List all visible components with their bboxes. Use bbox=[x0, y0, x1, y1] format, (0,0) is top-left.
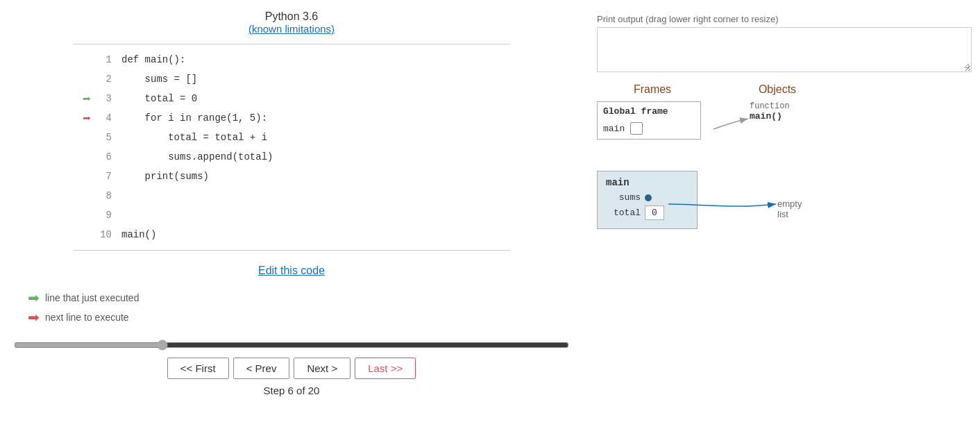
line-code-10: main() bbox=[119, 225, 510, 244]
line-arrow-3: ➡ bbox=[73, 89, 94, 108]
line-code-2: sums = [] bbox=[119, 69, 510, 89]
red-arrow-icon: ➡ bbox=[28, 309, 40, 326]
red-arrow-icon: ➡ bbox=[83, 111, 91, 127]
last-button[interactable]: Last >> bbox=[355, 358, 416, 379]
python-version-title: Python 3.6 bbox=[265, 10, 319, 23]
line-arrow-4: ➡ bbox=[73, 108, 94, 128]
first-button[interactable]: << First bbox=[167, 358, 229, 379]
code-line-6: 6 sums.append(total) bbox=[73, 147, 510, 167]
code-line-9: 9 bbox=[73, 205, 510, 225]
bottom-divider bbox=[73, 250, 510, 251]
legend-green-label: line that just executed bbox=[45, 292, 139, 303]
line-number-5: 5 bbox=[94, 128, 119, 147]
line-arrow-9 bbox=[73, 205, 94, 225]
main-frame-box: main sums total 0 bbox=[597, 171, 698, 229]
main-pointer-box bbox=[630, 122, 643, 135]
line-code-5: total = total + i bbox=[119, 128, 510, 147]
frames-header: Frames bbox=[597, 83, 708, 96]
line-number-10: 10 bbox=[94, 225, 119, 244]
edit-code-link[interactable]: Edit this code bbox=[258, 265, 325, 277]
legend-green: ➡ line that just executed bbox=[28, 289, 569, 306]
step-label: Step 6 of 20 bbox=[264, 385, 320, 396]
code-line-5: 5 total = total + i bbox=[73, 128, 510, 147]
prev-button[interactable]: < Prev bbox=[233, 358, 290, 379]
frames-objects-section: Frames Objects Global frame main bbox=[597, 83, 966, 310]
line-number-8: 8 bbox=[94, 186, 119, 205]
print-output-label: Print output (drag lower right corner to… bbox=[597, 14, 966, 24]
green-arrow-icon: ➡ bbox=[28, 289, 40, 306]
line-arrow-2 bbox=[73, 69, 94, 89]
top-divider bbox=[73, 44, 510, 44]
known-limitations-link[interactable]: (known limitations) bbox=[248, 23, 335, 35]
code-line-7: 7 print(sums) bbox=[73, 167, 510, 186]
total-label: total bbox=[606, 208, 641, 218]
line-arrow-1 bbox=[73, 50, 94, 69]
line-number-2: 2 bbox=[94, 69, 119, 89]
legend-red-label: next line to execute bbox=[45, 312, 129, 323]
line-number-7: 7 bbox=[94, 167, 119, 186]
function-type-label: function bbox=[750, 101, 790, 111]
step-slider[interactable] bbox=[14, 339, 569, 351]
line-arrow-10 bbox=[73, 225, 94, 244]
legend-area: ➡ line that just executed ➡ next line to… bbox=[14, 289, 569, 328]
code-table: 1def main():2 sums = []➡3 total = 0➡4 fo… bbox=[73, 50, 510, 244]
main-frame-sums-row: sums bbox=[606, 192, 688, 203]
fo-header: Frames Objects bbox=[597, 83, 966, 96]
global-frame-var-main: main bbox=[603, 124, 625, 134]
line-arrow-8 bbox=[73, 186, 94, 205]
code-line-4: ➡4 for i in range(1, 5): bbox=[73, 108, 510, 128]
print-output-box[interactable]: ⊿ bbox=[597, 27, 972, 72]
line-number-1: 1 bbox=[94, 50, 119, 69]
line-arrow-5 bbox=[73, 128, 94, 147]
sums-pointer-dot[interactable] bbox=[645, 194, 652, 201]
line-code-3: total = 0 bbox=[119, 89, 510, 108]
function-name-label: main() bbox=[750, 111, 790, 121]
sums-label: sums bbox=[606, 192, 641, 203]
green-arrow-icon: ➡ bbox=[83, 92, 91, 108]
line-arrow-7 bbox=[73, 167, 94, 186]
resize-icon: ⊿ bbox=[963, 61, 970, 70]
code-area: 1def main():2 sums = []➡3 total = 0➡4 fo… bbox=[73, 50, 510, 244]
line-code-1: def main(): bbox=[119, 50, 510, 69]
line-number-6: 6 bbox=[94, 147, 119, 167]
code-line-2: 2 sums = [] bbox=[73, 69, 510, 89]
legend-red: ➡ next line to execute bbox=[28, 309, 569, 326]
line-number-4: 4 bbox=[94, 108, 119, 128]
code-line-3: ➡3 total = 0 bbox=[73, 89, 510, 108]
next-button[interactable]: Next > bbox=[294, 358, 350, 379]
frames-objects-container: Global frame main function main() bbox=[597, 101, 972, 310]
code-line-1: 1def main(): bbox=[73, 50, 510, 69]
main-frame-total-row: total 0 bbox=[606, 205, 688, 220]
global-frame-box: Global frame main bbox=[597, 101, 701, 140]
line-code-9 bbox=[119, 205, 510, 225]
line-code-8 bbox=[119, 186, 510, 205]
nav-buttons: << First < Prev Next > Last >> bbox=[167, 358, 416, 379]
function-object: function main() bbox=[750, 101, 790, 121]
objects-header: Objects bbox=[708, 83, 847, 96]
line-code-4: for i in range(1, 5): bbox=[119, 108, 510, 128]
line-code-7: print(sums) bbox=[119, 167, 510, 186]
main-frame-area: main sums total 0 bbox=[597, 171, 698, 229]
code-line-8: 8 bbox=[73, 186, 510, 205]
main-frame-title: main bbox=[606, 177, 688, 188]
line-arrow-6 bbox=[73, 147, 94, 167]
line-number-9: 9 bbox=[94, 205, 119, 225]
line-number-3: 3 bbox=[94, 89, 119, 108]
total-value: 0 bbox=[645, 205, 664, 220]
code-line-10: 10main() bbox=[73, 225, 510, 244]
global-frame-var-row: main bbox=[603, 122, 695, 135]
slider-area bbox=[14, 339, 569, 351]
global-frame-title: Global frame bbox=[603, 106, 695, 117]
line-code-6: sums.append(total) bbox=[119, 147, 510, 167]
